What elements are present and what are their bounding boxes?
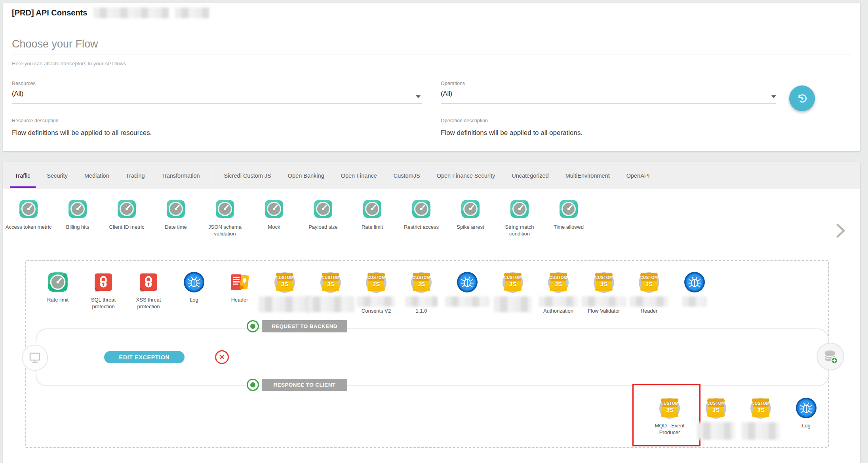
tab-traffic[interactable]: Traffic — [6, 162, 38, 189]
palette-interceptor-label: Restrict access — [404, 224, 439, 231]
response-flow-node[interactable] — [247, 379, 259, 391]
palette-interceptor-payload-size[interactable]: Payload size — [299, 189, 348, 249]
operations-select[interactable]: (All) — [441, 90, 452, 97]
redacted-interceptor-label — [697, 422, 735, 440]
interceptor-partial-label: Consents V2 — [362, 308, 391, 314]
restore-history-button[interactable] — [789, 85, 815, 111]
flow-interceptor-log[interactable]: Log — [784, 397, 828, 429]
flow-interceptor-header[interactable]: Header — [218, 271, 261, 304]
tab-customjs[interactable]: CustomJS — [385, 162, 428, 189]
tab-uncategorized[interactable]: Uncategorized — [503, 162, 557, 189]
custom-js-icon: CUSTOM JS — [593, 271, 615, 293]
custom-js-badge: CUSTOM JS — [752, 398, 769, 417]
flow-interceptor-redacted[interactable]: CUSTOM JS — [694, 397, 738, 440]
palette-interceptor-restrict-access[interactable]: Restrict access — [397, 189, 446, 249]
palette-interceptor-spike-arrest[interactable]: Spike arrest — [446, 189, 495, 249]
flow-interceptor-redacted[interactable]: CUSTOM JS — [739, 397, 782, 440]
palette-interceptor-label: Date time — [165, 224, 187, 231]
redacted-interceptor-label — [445, 296, 489, 307]
interceptor-label: Log — [190, 297, 198, 304]
gauge-icon — [509, 199, 530, 219]
redacted-interceptor-label — [405, 296, 438, 307]
palette-interceptor-rate-limit[interactable]: Rate limit — [348, 189, 397, 249]
flow-interceptor-redacted[interactable] — [673, 271, 716, 307]
tab-tracing[interactable]: Tracing — [118, 162, 153, 189]
flow-interceptor-consents-v2[interactable]: CUSTOM JS Consents V2 — [354, 271, 398, 314]
flow-interceptor-sql-threat-protection[interactable]: SQL threat protection — [82, 271, 125, 310]
title-row: [PRD] API Consents — [12, 7, 209, 18]
flow-interceptor-header[interactable]: CUSTOM JS Header — [627, 271, 671, 314]
flow-interceptor-redacted[interactable]: CUSTOM JS — [491, 271, 535, 312]
resources-select[interactable]: (All) — [12, 90, 23, 97]
redacted-interceptor-label — [682, 296, 707, 307]
tab-open-finance[interactable]: Open Finance — [333, 162, 385, 189]
tab-open-banking[interactable]: Open Banking — [280, 162, 333, 189]
green-dot — [250, 382, 255, 387]
palette-interceptor-label: String match condition — [495, 224, 544, 237]
palette-interceptor-client-id-metric[interactable]: Client ID metric — [102, 189, 151, 249]
database-add-icon — [822, 349, 838, 364]
flow-interceptor-flow-validator[interactable]: CUSTOM JS Flow Validator — [582, 271, 626, 314]
palette-interceptor-billing-hits[interactable]: Billing hits — [53, 189, 102, 249]
tab-transformation[interactable]: Transformation — [153, 162, 208, 189]
api-flow-page: [PRD] API Consents Choose your Flow Here… — [0, 0, 868, 463]
tab-open-finance-security[interactable]: Open Finance Security — [428, 162, 504, 189]
custom-js-badge: CUSTOM JS — [413, 273, 430, 291]
palette-interceptor-json-schema-validation[interactable]: JSON schema validation — [200, 189, 249, 249]
flow-interceptor-authorization[interactable]: CUSTOM JS Authorization — [537, 271, 580, 314]
gauge-icon — [558, 199, 579, 219]
palette-interceptor-string-match-condition[interactable]: String match condition — [495, 189, 544, 249]
interceptor-label: Header — [231, 297, 248, 304]
palette-interceptor-access-token-metric[interactable]: Access token metric — [4, 189, 53, 249]
log-bug-icon — [183, 271, 205, 293]
gauge-icon — [264, 199, 284, 219]
interceptor-partial-label: 1.1.0 — [416, 308, 427, 314]
header-doc-icon — [229, 271, 250, 293]
chevron-right-icon — [836, 223, 846, 239]
threat-protection-lock-icon — [138, 272, 159, 292]
palette-interceptor-time-allowed[interactable]: Time allowed — [544, 189, 593, 249]
exception-error-node[interactable]: ✕ — [215, 350, 229, 364]
tab-multienvironment[interactable]: MultiEnvironment — [557, 162, 618, 189]
flow-interceptor-1-1-0[interactable]: CUSTOM JS 1.1.0 — [400, 271, 443, 314]
palette-interceptor-label: Rate limit — [362, 224, 383, 231]
request-flow-node[interactable] — [247, 320, 259, 332]
flow-interceptor-xss-threat-protection[interactable]: XSS threat protection — [127, 271, 170, 310]
flow-interceptor-mqd-event-producer[interactable]: CUSTOM JS MQD - Event Producer — [648, 397, 691, 436]
backend-add-node[interactable] — [817, 343, 844, 370]
gauge-icon — [67, 199, 88, 219]
tab-openapi[interactable]: OpenAPI — [618, 162, 658, 189]
palette-interceptor-label: Payload size — [308, 224, 338, 231]
interceptor-label: XSS threat protection — [127, 297, 170, 310]
operations-caret-down-icon[interactable] — [771, 95, 776, 98]
flow-interceptor-redacted[interactable]: CUSTOM JS — [263, 271, 306, 312]
redacted-interceptor-label — [357, 296, 395, 307]
tab-sicredi-custom-js[interactable]: Sicredi Custom JS — [216, 162, 280, 189]
edit-exception-button[interactable]: EDIT EXCEPTION — [104, 351, 185, 363]
flow-interceptor-log[interactable]: Log — [172, 271, 216, 304]
operation-description-value: Flow definitions will be applied to all … — [441, 129, 582, 137]
flow-interceptor-redacted[interactable]: CUSTOM JS — [309, 271, 352, 312]
gauge-icon — [166, 199, 186, 219]
palette-scroll-right-button[interactable] — [836, 223, 846, 240]
flow-interceptor-redacted[interactable] — [445, 271, 489, 307]
flow-interceptor-rate-limit[interactable]: Rate limit — [36, 271, 80, 304]
palette-interceptor-mock[interactable]: Mock — [249, 189, 299, 249]
tab-security[interactable]: Security — [38, 162, 76, 189]
resources-caret-down-icon[interactable] — [416, 95, 421, 98]
palette-interceptor-label: Time allowed — [554, 224, 584, 231]
resource-description-value: Flow definitions will be applied to all … — [12, 129, 152, 137]
custom-js-icon: CUSTOM JS — [705, 397, 727, 419]
palette-interceptor-date-time[interactable]: Date time — [151, 189, 200, 249]
redacted-interceptor-label — [742, 422, 780, 440]
palette-interceptor-label: Billing hits — [66, 224, 89, 231]
interceptor-category-tabs: TrafficSecurityMediationTracingTransform… — [3, 162, 860, 189]
interceptor-label: SQL threat protection — [82, 297, 125, 310]
gauge-icon — [362, 199, 383, 219]
log-bug-icon — [456, 271, 478, 293]
gauge-icon — [215, 199, 235, 219]
tab-mediation[interactable]: Mediation — [76, 162, 118, 189]
custom-js-icon: CUSTOM JS — [547, 271, 569, 293]
flow-editor-card: TrafficSecurityMediationTracingTransform… — [3, 162, 860, 463]
green-dot — [250, 324, 255, 329]
